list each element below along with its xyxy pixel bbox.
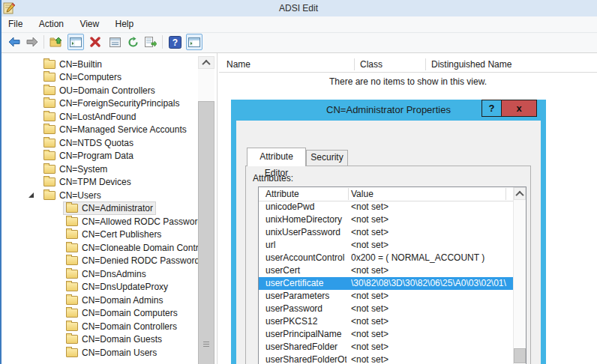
- scrollbar-grip: [203, 342, 209, 348]
- folder-icon: [44, 125, 56, 134]
- toolbar-separator: [44, 35, 44, 49]
- grid-row-userParameters[interactable]: userParameters<not set>: [259, 290, 513, 303]
- folder-icon: [44, 86, 56, 95]
- tree-item-users[interactable]: CN=Users: [2, 189, 198, 202]
- dialog-help-button[interactable]: ?: [482, 100, 502, 117]
- dialog-body: Attribute Editor Security Attributes: At…: [236, 121, 541, 364]
- grid-row-userPKCS12[interactable]: userPKCS12<not set>: [259, 315, 513, 328]
- tree-item-domain-users[interactable]: CN=Domain Users: [2, 346, 198, 360]
- arrow-left-icon: [8, 37, 20, 47]
- tree-item-ntds-quotas[interactable]: CN=NTDS Quotas: [2, 136, 198, 150]
- tree-item-domain-computers[interactable]: CN=Domain Computers: [2, 307, 198, 321]
- tab-security[interactable]: Security: [306, 150, 348, 166]
- grid-row-userPassword[interactable]: userPassword<not set>: [259, 303, 513, 315]
- tree-item-system[interactable]: CN=System: [2, 163, 198, 176]
- refresh-icon: [128, 37, 139, 48]
- toolbar-separator: [162, 35, 163, 49]
- scroll-up-button[interactable]: [514, 187, 526, 200]
- listview-vertical-scrollbar[interactable]: [513, 187, 526, 364]
- console-tree-pane: CN=Builtin CN=Computers OU=Domain Contro…: [2, 53, 216, 364]
- scrollbar-thumb[interactable]: [198, 101, 214, 364]
- tree-item-computers[interactable]: CN=Computers: [2, 71, 198, 85]
- tree-item-denied-rodc-password[interactable]: CN=Denied RODC Password Rep: [2, 255, 198, 268]
- tree-item-builtin[interactable]: CN=Builtin: [2, 58, 198, 71]
- grid-row-unicodePwd[interactable]: unicodePwd<not set>: [259, 201, 513, 213]
- folder-up-icon: [50, 37, 63, 48]
- tree-item-tpm-devices[interactable]: CN=TPM Devices: [2, 176, 198, 189]
- show-action-pane-button[interactable]: [186, 34, 202, 50]
- dialog-close-button[interactable]: x: [501, 100, 537, 117]
- tree-item-dnsupdateproxy[interactable]: CN=DnsUpdateProxy: [2, 281, 198, 294]
- menubar: File Action View Help: [2, 16, 597, 33]
- console-tree-icon: [70, 37, 82, 47]
- grid-row-url[interactable]: url<not set>: [259, 239, 513, 252]
- grid-row-userPrincipalName[interactable]: userPrincipalName<not set>: [259, 328, 513, 341]
- menu-file[interactable]: File: [2, 16, 29, 32]
- folder-icon: [44, 191, 56, 200]
- toolbar: ?: [2, 33, 597, 53]
- folder-icon: [44, 178, 56, 186]
- action-pane-icon: [188, 37, 200, 47]
- menu-help[interactable]: Help: [109, 16, 141, 32]
- up-one-level-button[interactable]: [48, 34, 64, 50]
- tree-item-domain-controllers[interactable]: CN=Domain Controllers: [2, 320, 198, 333]
- tree-scrollbar[interactable]: [198, 56, 214, 364]
- grid-row-userSharedFolderOther[interactable]: userSharedFolderOther<not set>: [259, 354, 513, 364]
- scroll-up-button[interactable]: [198, 56, 214, 69]
- menu-view[interactable]: View: [73, 16, 106, 32]
- column-distinguished-name[interactable]: Distinguished Name: [431, 57, 512, 72]
- column-name[interactable]: Name: [226, 57, 250, 72]
- tree-item-program-data[interactable]: CN=Program Data: [2, 150, 198, 163]
- svg-text:?: ?: [172, 37, 177, 47]
- export-list-button[interactable]: [142, 34, 159, 50]
- tree-item-domain-controllers-ou[interactable]: OU=Domain Controllers: [2, 84, 198, 97]
- folder-icon: [66, 282, 78, 291]
- folder-icon: [44, 112, 56, 121]
- pane-splitter[interactable]: [217, 53, 218, 364]
- forward-button[interactable]: [24, 34, 40, 50]
- expander-icon[interactable]: [28, 192, 34, 198]
- chevron-up-icon: [202, 59, 210, 67]
- folder-icon: [44, 99, 56, 108]
- grid-column-attribute[interactable]: Attribute: [266, 187, 299, 201]
- grid-row-userSharedFolder[interactable]: userSharedFolder<not set>: [259, 341, 513, 354]
- properties-button[interactable]: [106, 34, 123, 50]
- refresh-button[interactable]: [124, 34, 141, 50]
- grid-row-unixHomeDirectory[interactable]: unixHomeDirectory<not set>: [259, 213, 513, 226]
- folder-icon: [66, 270, 78, 279]
- folder-icon: [66, 348, 78, 357]
- tree-item-cert-publishers[interactable]: CN=Cert Publishers: [2, 228, 198, 242]
- tree-item-lostandfound[interactable]: CN=LostAndFound: [2, 110, 198, 124]
- column-divider[interactable]: [506, 188, 506, 200]
- menu-action[interactable]: Action: [32, 16, 70, 32]
- grid-row-userCert[interactable]: userCert<not set>: [259, 264, 513, 277]
- tree-item-cloneable-domain-controllers[interactable]: CN=Cloneable Domain Controll: [2, 241, 198, 255]
- grid-row-userAccountControl[interactable]: userAccountControl0x200 = ( NORMAL_ACCOU…: [259, 252, 513, 264]
- tree-item-domain-admins[interactable]: CN=Domain Admins: [2, 294, 198, 307]
- tree-item-allowed-rodc-password[interactable]: CN=Allowed RODC Password Re: [2, 215, 198, 228]
- back-button[interactable]: [6, 34, 22, 50]
- properties-dialog: CN=Administrator Properties ? x Attribut…: [231, 100, 546, 364]
- column-divider[interactable]: [348, 188, 349, 200]
- tree-item-foreignsecurityprincipals[interactable]: CN=ForeignSecurityPrincipals: [2, 97, 198, 111]
- tab-attribute-editor[interactable]: Attribute Editor: [247, 148, 306, 166]
- show-console-tree-button[interactable]: [68, 34, 84, 50]
- column-class[interactable]: Class: [360, 57, 382, 72]
- grid-rows: unicodePwd<not set> unixHomeDirectory<no…: [259, 201, 513, 364]
- column-divider[interactable]: [425, 58, 426, 70]
- scrollbar-thumb[interactable]: [514, 348, 526, 363]
- delete-button[interactable]: [87, 34, 104, 50]
- grid-row-unixUserPassword[interactable]: unixUserPassword<not set>: [259, 226, 513, 239]
- tree-item-domain-guests[interactable]: CN=Domain Guests: [2, 333, 198, 347]
- window-titlebar: ADSI Edit: [0, 0, 597, 16]
- tree-item-dnsadmins[interactable]: CN=DnsAdmins: [2, 267, 198, 281]
- grid-column-value[interactable]: Value: [351, 187, 374, 201]
- folder-icon: [66, 256, 78, 265]
- folder-icon: [44, 151, 56, 160]
- folder-icon: [66, 217, 78, 226]
- grid-row-userCertificate-selected[interactable]: userCertificate\30\82\08\3D\30\82\06\25\…: [259, 277, 513, 290]
- help-button[interactable]: ?: [166, 34, 183, 50]
- tree-item-administrator[interactable]: CN=Administrator: [2, 202, 198, 216]
- column-divider[interactable]: [354, 58, 355, 70]
- tree-item-managed-service-accounts[interactable]: CN=Managed Service Accounts: [2, 124, 198, 137]
